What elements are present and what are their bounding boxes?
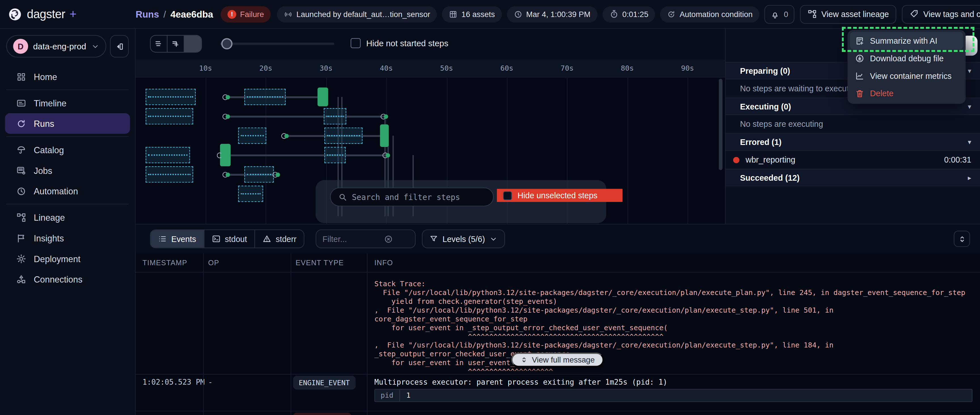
planned-box-dotted-line [247,174,271,175]
gantt-planned-step-box[interactable] [324,128,362,144]
sidebar-item-runs[interactable]: Runs [5,113,130,134]
log-row-divider [135,411,980,411]
column-header: TIMESTAMP [143,259,188,266]
sidebar-item-timeline[interactable]: Timeline [5,93,130,113]
tab-events[interactable]: Events [151,230,204,247]
gantt-planned-step-box[interactable] [244,166,274,182]
run-meta-chip: Launched by default_aut…tion_sensor [277,6,437,22]
tab-label: stdout [225,234,247,243]
panel-section-header[interactable]: Errored (1)▾ [725,133,980,151]
stopwatch-icon [609,10,619,19]
expand-log-button[interactable] [954,231,970,247]
home-icon [16,72,26,81]
expand-updown-icon [957,234,967,243]
panel-empty-message: No steps are executing [725,115,980,133]
gantt-planned-step-box[interactable] [146,89,196,105]
chevron-down-icon [91,42,100,51]
deployment-icon [16,254,26,263]
lineage-icon [16,212,26,222]
workspace-selector[interactable]: D data-eng-prod [6,35,107,57]
step-search-input[interactable]: Search and filter steps [330,187,494,206]
levels-dropdown[interactable]: Levels (5/6) [422,230,505,248]
log-filter-input[interactable]: Filter... [316,230,416,248]
sidebar-item-connections[interactable]: Connections [5,269,130,290]
tab-stderr[interactable]: stderr [255,230,304,247]
sidebar-item-label: Automation [34,186,78,196]
clear-filter-icon[interactable] [368,234,409,243]
axis-tick-label: 70s [555,64,580,73]
hide-unselected-checkbox[interactable] [503,191,512,200]
runs-icon [16,118,26,129]
gantt-planned-step-box[interactable] [238,186,263,202]
menu-item-view-container-metrics[interactable]: View container metrics [850,67,963,85]
view-tags-and-config-button[interactable]: View tags and config [902,5,980,24]
hide-not-started-option[interactable]: Hide not started steps [351,38,449,48]
metadata-table: pid1 [374,389,972,402]
chevron-down-icon: ▾ [968,102,971,110]
sidebar-item-lineage[interactable]: Lineage [5,207,130,228]
grid-icon [449,10,458,18]
sidebar-item-automation[interactable]: Automation [5,181,130,201]
gantt-planned-step-box[interactable] [238,128,267,144]
hide-not-started-checkbox[interactable] [351,38,361,48]
log-column-separator [367,253,368,415]
brand-logo[interactable]: dagster + [0,6,135,22]
gantt-planned-step-box[interactable] [146,108,193,124]
planned-box-dotted-line [327,154,343,155]
gantt-filter-overlay: Search and filter steps Hide unselected … [316,180,606,223]
step-search-placeholder: Search and filter steps [352,192,460,202]
gantt-planned-step-box[interactable] [244,89,286,105]
view-asset-lineage-button[interactable]: View asset lineage [800,5,896,24]
gantt-succeeded-step-bar[interactable] [380,124,389,147]
menu-item-delete[interactable]: Delete [850,85,963,102]
step-name: wbr_reporting [746,155,938,164]
flat-view-button[interactable] [151,36,168,52]
button-label: View asset lineage [821,10,889,19]
hide-unselected-option[interactable]: Hide unselected steps [497,189,622,202]
breadcrumb-runs-link[interactable]: Runs [135,9,159,19]
log-row-divider [135,374,980,374]
gantt-toolbar: Hide not started steps [135,29,725,59]
gantt-scrollbar[interactable] [719,79,722,170]
log-timestamp: 1:02:05.523 PM [143,378,205,386]
gantt-zoom-knob[interactable] [221,38,232,49]
menu-item-download-debug-file[interactable]: Download debug file [850,49,963,67]
axis-tick-label: 90s [675,64,700,73]
gantt-gridline [205,77,206,224]
gantt-planned-step-box[interactable] [323,108,347,124]
gantt-planned-step-box[interactable] [146,166,193,182]
chip-label: Mar 4, 1:00:39 PM [526,10,591,18]
header-actions: 0 View asset lineageView tags and config [765,5,980,24]
collapse-sidebar-button[interactable] [110,35,129,57]
sidebar-item-deployment[interactable]: Deployment [5,248,130,269]
gantt-succeeded-step-bar[interactable] [318,88,328,106]
panel-section-title: Succeeded (12) [740,173,968,182]
panel-step-row[interactable]: wbr_reporting0:00:31 [725,151,980,169]
gantt-step-end-dot [386,153,390,157]
sidebar-item-catalog[interactable]: Catalog [5,140,130,160]
log-column-separator [203,253,204,415]
view-full-message-button[interactable]: View full message [511,353,603,367]
column-header: EVENT TYPE [296,259,344,266]
button-label: View tags and config [923,10,980,19]
sidebar-item-jobs[interactable]: Jobs [5,160,130,181]
timed-view-button[interactable] [184,36,201,52]
sidebar-item-label: Insights [34,233,64,243]
notifications-button[interactable]: 0 [765,5,795,24]
run-meta-chip: 16 assets [442,6,502,22]
waterfall-view-button[interactable] [168,36,185,52]
sidebar-item-label: Deployment [34,254,81,263]
gantt-zoom-slider[interactable] [220,43,334,45]
gantt-step-marker-dot [226,172,230,177]
gantt-planned-step-box[interactable] [324,147,345,163]
signal-icon [284,10,293,18]
chevron-down-icon: ▾ [968,138,971,146]
gantt-chart[interactable]: Search and filter steps Hide unselected … [135,77,725,224]
sidebar-item-insights[interactable]: Insights [5,228,130,248]
planned-box-dotted-line [148,116,190,117]
tab-stdout[interactable]: stdout [204,230,255,247]
panel-section-header[interactable]: Succeeded (12)▸ [725,169,980,186]
sidebar-item-home[interactable]: Home [5,66,130,87]
workspace-avatar: D [13,39,28,54]
gantt-planned-step-box[interactable] [146,147,190,163]
